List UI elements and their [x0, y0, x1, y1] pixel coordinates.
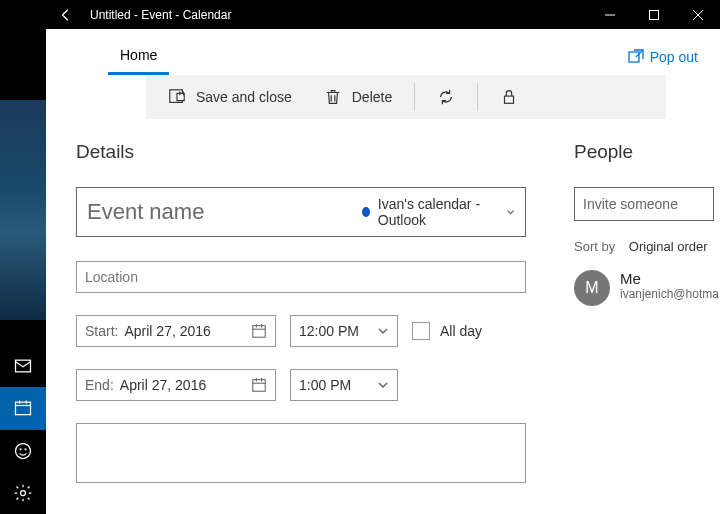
save-close-label: Save and close [196, 89, 292, 105]
end-time-value: 1:00 PM [299, 377, 351, 393]
content-area: Details Ivan's calendar - Outlook Start: [46, 119, 720, 514]
details-heading: Details [76, 141, 526, 163]
end-row: End: April 27, 2016 1:00 PM [76, 369, 526, 401]
sort-label: Sort by [574, 239, 615, 254]
popout-icon [628, 49, 644, 65]
settings-icon[interactable] [0, 472, 46, 514]
svg-rect-21 [253, 380, 265, 392]
svg-point-5 [16, 443, 31, 458]
svg-point-8 [21, 490, 26, 495]
svg-point-6 [20, 449, 21, 450]
all-day-toggle[interactable]: All day [412, 322, 482, 340]
delete-label: Delete [352, 89, 392, 105]
calendar-app-icon[interactable] [0, 387, 46, 429]
invite-input[interactable] [583, 196, 705, 212]
start-date-value: April 27, 2016 [124, 323, 210, 339]
desktop-peek [0, 100, 46, 320]
start-time-value: 12:00 PM [299, 323, 359, 339]
save-close-button[interactable]: Save and close [154, 75, 306, 119]
chevron-down-icon [377, 325, 389, 337]
popout-label: Pop out [650, 49, 698, 65]
popout-button[interactable]: Pop out [628, 49, 698, 75]
end-label: End: [85, 377, 114, 393]
calendar-color-dot [362, 207, 370, 217]
sort-value: Original order [629, 239, 708, 254]
start-time-picker[interactable]: 12:00 PM [290, 315, 398, 347]
person-me[interactable]: M Me ivanjenich@hotma [574, 270, 720, 306]
close-button[interactable] [676, 0, 720, 29]
sort-row[interactable]: Sort by Original order [574, 239, 720, 254]
calendar-icon [251, 377, 267, 393]
mail-app-icon[interactable] [0, 345, 46, 387]
event-name-box: Ivan's calendar - Outlook [76, 187, 526, 237]
end-date-picker[interactable]: End: April 27, 2016 [76, 369, 276, 401]
delete-button[interactable]: Delete [310, 75, 406, 119]
tab-home[interactable]: Home [108, 35, 169, 75]
lock-icon [500, 88, 518, 106]
ribbon-tabs: Home Pop out [46, 29, 720, 75]
invite-box [574, 187, 714, 221]
description-box[interactable] [76, 423, 526, 483]
event-window: Untitled - Event - Calendar Home Pop out [46, 0, 720, 514]
toolbar-divider [477, 83, 478, 111]
end-time-picker[interactable]: 1:00 PM [290, 369, 398, 401]
feedback-icon[interactable] [0, 430, 46, 472]
back-button[interactable] [46, 8, 86, 22]
svg-rect-13 [629, 52, 639, 62]
toolbar: Save and close Delete [146, 75, 666, 119]
trash-icon [324, 88, 342, 106]
end-date-value: April 27, 2016 [120, 377, 206, 393]
calendar-picker[interactable]: Ivan's calendar - Outlook [362, 196, 515, 228]
toolbar-divider [414, 83, 415, 111]
all-day-label: All day [440, 323, 482, 339]
calendar-name: Ivan's calendar - Outlook [378, 196, 498, 228]
people-column: People Sort by Original order M Me ivanj… [554, 141, 720, 514]
start-row: Start: April 27, 2016 12:00 PM All day [76, 315, 526, 347]
start-label: Start: [85, 323, 118, 339]
refresh-button[interactable] [423, 75, 469, 119]
svg-rect-10 [650, 10, 659, 19]
calendar-icon [251, 323, 267, 339]
svg-point-7 [25, 449, 26, 450]
location-input[interactable] [85, 269, 517, 285]
chevron-down-icon [377, 379, 389, 391]
refresh-icon [437, 88, 455, 106]
all-day-checkbox[interactable] [412, 322, 430, 340]
app-rail [0, 0, 46, 514]
person-email: ivanjenich@hotma [620, 287, 719, 301]
svg-rect-16 [505, 96, 514, 103]
titlebar: Untitled - Event - Calendar [46, 0, 720, 29]
minimize-button[interactable] [588, 0, 632, 29]
save-icon [168, 88, 186, 106]
event-name-input[interactable] [87, 199, 362, 225]
window-title: Untitled - Event - Calendar [86, 8, 588, 22]
start-date-picker[interactable]: Start: April 27, 2016 [76, 315, 276, 347]
private-button[interactable] [486, 75, 532, 119]
person-name: Me [620, 270, 719, 287]
people-heading: People [574, 141, 720, 163]
maximize-button[interactable] [632, 0, 676, 29]
avatar: M [574, 270, 610, 306]
location-box [76, 261, 526, 293]
details-column: Details Ivan's calendar - Outlook Start: [46, 141, 554, 514]
svg-rect-17 [253, 326, 265, 338]
chevron-down-icon [506, 206, 515, 218]
svg-rect-1 [16, 403, 31, 416]
svg-rect-0 [16, 360, 31, 372]
